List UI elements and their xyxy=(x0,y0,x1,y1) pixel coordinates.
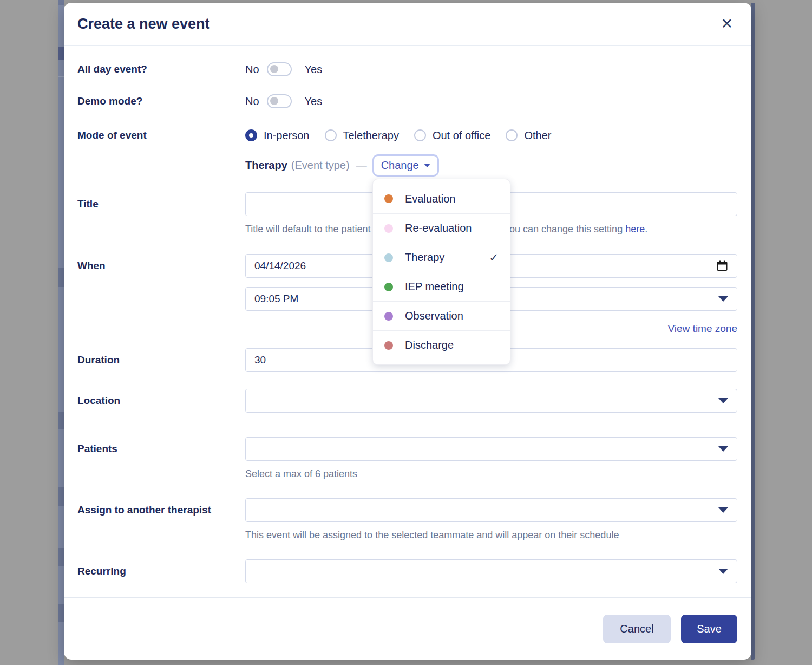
close-icon[interactable]: ✕ xyxy=(718,15,735,34)
re-evaluation-color-dot xyxy=(384,224,393,233)
toggle-knob xyxy=(270,65,278,73)
recurring-row: Recurring xyxy=(77,559,737,583)
assign-select[interactable] xyxy=(245,498,737,522)
evaluation-color-dot xyxy=(384,194,393,203)
radio-out-of-office-label: Out of office xyxy=(433,129,490,142)
menu-item-iep-meeting[interactable]: IEP meeting xyxy=(373,272,510,301)
radio-unselected-icon xyxy=(506,129,518,141)
calendar-icon[interactable] xyxy=(716,260,728,272)
chevron-down-icon xyxy=(718,569,728,574)
radio-unselected-icon xyxy=(414,129,426,141)
mode-radio-group: In-person Teletherapy Out of office Othe… xyxy=(245,127,737,144)
event-type-hint: (Event type) xyxy=(291,159,350,172)
recurring-label: Recurring xyxy=(77,559,245,577)
menu-item-discharge[interactable]: Discharge xyxy=(373,330,510,360)
menu-item-label: Therapy xyxy=(405,251,444,264)
mode-of-event-row: Mode of event In-person Teletherapy Out … xyxy=(77,127,737,144)
recurring-select[interactable] xyxy=(245,559,737,583)
radio-teletherapy[interactable]: Teletherapy xyxy=(325,129,399,142)
patients-label: Patients xyxy=(77,437,245,455)
menu-item-label: Discharge xyxy=(405,339,454,351)
chevron-down-icon xyxy=(718,507,728,513)
demo-mode-yes-label: Yes xyxy=(305,95,323,108)
mode-of-event-label: Mode of event xyxy=(77,129,245,141)
observation-color-dot xyxy=(384,312,393,321)
save-button[interactable]: Save xyxy=(681,615,737,643)
create-event-modal: Create a new event ✕ All day event? No Y… xyxy=(64,3,751,660)
radio-out-of-office[interactable]: Out of office xyxy=(414,129,490,142)
radio-unselected-icon xyxy=(325,129,337,141)
modal-header: Create a new event ✕ xyxy=(64,3,751,46)
menu-item-therapy[interactable]: Therapy ✓ xyxy=(373,243,510,272)
all-day-yes-label: Yes xyxy=(305,63,323,76)
radio-other[interactable]: Other xyxy=(506,129,551,142)
title-helper-period: . xyxy=(645,224,647,234)
patients-helper: Select a max of 6 patients xyxy=(245,468,737,479)
radio-selected-icon xyxy=(245,129,257,141)
all-day-toggle[interactable] xyxy=(267,62,292,76)
title-label: Title xyxy=(77,192,245,210)
chevron-down-icon xyxy=(424,164,430,167)
modal-title: Create a new event xyxy=(77,16,210,32)
demo-mode-no-label: No xyxy=(245,95,259,108)
title-helper-link[interactable]: here xyxy=(625,224,645,234)
demo-mode-toggle[interactable] xyxy=(267,94,292,108)
change-button-label: Change xyxy=(381,159,419,172)
demo-mode-row: Demo mode? No Yes xyxy=(77,93,737,109)
event-type-value: Therapy xyxy=(245,159,287,172)
discharge-color-dot xyxy=(384,341,393,350)
toggle-knob xyxy=(270,97,278,105)
radio-teletherapy-label: Teletherapy xyxy=(343,129,399,142)
menu-item-label: IEP meeting xyxy=(405,281,464,293)
all-day-row: All day event? No Yes xyxy=(77,61,737,77)
all-day-label: All day event? xyxy=(77,63,245,75)
menu-item-re-evaluation[interactable]: Re-evaluation xyxy=(373,213,510,243)
modal-footer: Cancel Save xyxy=(64,597,751,660)
event-type-separator: — xyxy=(356,159,367,172)
change-event-type-button[interactable]: Change xyxy=(372,154,439,177)
menu-item-evaluation[interactable]: Evaluation xyxy=(373,184,510,213)
assign-helper: This event will be assigned to the selec… xyxy=(245,530,737,540)
menu-item-label: Re-evaluation xyxy=(405,222,472,234)
event-type-row: Therapy (Event type) — Change xyxy=(77,153,737,178)
duration-label: Duration xyxy=(77,348,245,366)
demo-mode-label: Demo mode? xyxy=(77,95,245,107)
date-value: 04/14/2026 xyxy=(254,260,306,272)
chevron-down-icon xyxy=(718,398,728,403)
therapy-color-dot xyxy=(384,253,393,262)
radio-in-person[interactable]: In-person xyxy=(245,129,310,142)
title-helper-end: ou can change this setting xyxy=(509,224,625,234)
chevron-down-icon xyxy=(718,296,728,302)
event-type-menu: Evaluation Re-evaluation Therapy ✓ IEP m… xyxy=(372,179,510,365)
modal-body: All day event? No Yes Demo mode? No Yes xyxy=(64,46,751,597)
all-day-no-label: No xyxy=(245,63,259,76)
cancel-button[interactable]: Cancel xyxy=(603,615,671,643)
assign-label: Assign to another therapist xyxy=(77,498,245,516)
patients-select[interactable] xyxy=(245,437,737,461)
view-time-zone-link[interactable]: View time zone xyxy=(668,323,738,334)
radio-other-label: Other xyxy=(524,129,551,142)
backdrop-page-sliver-right xyxy=(751,3,755,660)
menu-item-observation[interactable]: Observation xyxy=(373,301,510,330)
iep-meeting-color-dot xyxy=(384,283,393,291)
assign-row: Assign to another therapist This event w… xyxy=(77,498,737,540)
when-label: When xyxy=(77,254,245,272)
location-select[interactable] xyxy=(245,389,737,413)
menu-item-label: Observation xyxy=(405,310,463,322)
menu-item-label: Evaluation xyxy=(405,193,455,205)
patients-row: Patients Select a max of 6 patients xyxy=(77,437,737,479)
location-label: Location xyxy=(77,389,245,407)
chevron-down-icon xyxy=(718,446,728,452)
radio-in-person-label: In-person xyxy=(264,129,310,142)
title-helper-start: Title will default to the patient xyxy=(245,224,370,234)
location-row: Location xyxy=(77,389,737,413)
check-icon: ✓ xyxy=(489,251,499,264)
time-value: 09:05 PM xyxy=(254,293,298,305)
